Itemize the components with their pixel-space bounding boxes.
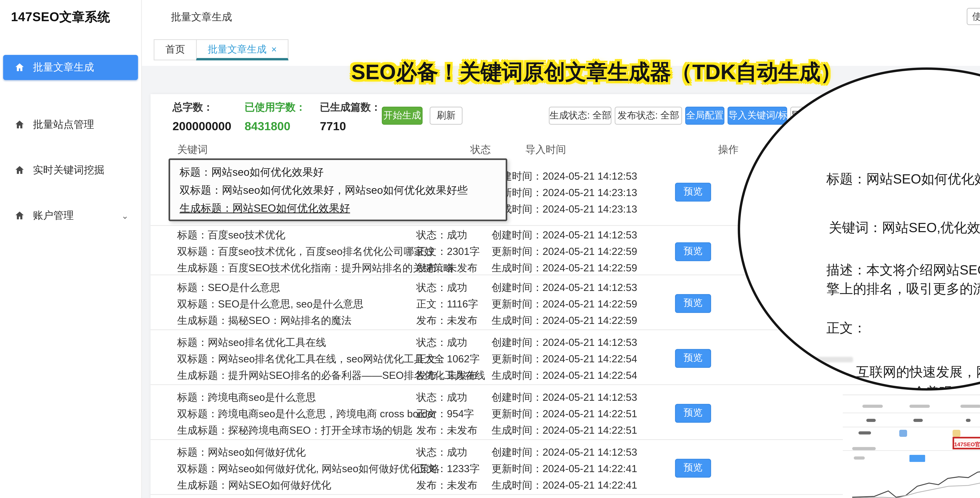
- stat-label: 已生成篇数：: [320, 100, 381, 115]
- row-text-line: 更新时间：2024-05-21 14:22:41: [492, 460, 672, 476]
- tutorial-button[interactable]: 使用教程: [967, 8, 980, 25]
- row-time-cell: 创建时间：2024-05-21 14:12:53更新时间：2024-05-21 …: [492, 385, 672, 439]
- row-text-line: 正文：1233字: [416, 460, 492, 476]
- row-action-cell: 预览: [672, 157, 743, 225]
- stat-label: 已使用字数：: [245, 100, 306, 115]
- start-generate-button[interactable]: 开始生成: [382, 107, 423, 125]
- row-text-line: 创建时间：2024-05-21 14:12:53: [492, 334, 672, 350]
- keyword-tooltip: 标题：网站seo如何优化效果好 双标题：网站seo如何优化效果好，网站seo如何…: [169, 158, 507, 221]
- row-action-cell: 预览: [672, 226, 743, 274]
- row-text-line: 更新时间：2024-05-21 14:22:59: [492, 243, 672, 259]
- stat-total-words: 总字数： 200000000: [172, 100, 231, 132]
- tooltip-line: 生成标题：网站SEO如何优化效果好: [180, 199, 496, 217]
- row-text-line: 双标题：跨境电商seo是什么意思，跨境电商 cross border: [177, 405, 416, 422]
- row-text-line: 生成时间：2024-05-21 14:22:59: [492, 312, 672, 328]
- row-text-line: 更新时间：2024-05-21 14:23:13: [492, 184, 672, 200]
- row-text-line: 正文：954字: [416, 405, 492, 422]
- chevron-down-icon: ⌄: [121, 210, 129, 221]
- row-action-cell: 预览: [672, 440, 743, 494]
- preview-button[interactable]: 预览: [675, 404, 711, 423]
- row-text-line: 正文：1062字: [416, 350, 492, 367]
- row-text-line: 发布：未发布: [416, 367, 492, 383]
- preview-button[interactable]: 预览: [675, 183, 711, 202]
- folder-icon: [953, 430, 960, 437]
- tab-home[interactable]: 首页: [154, 39, 197, 60]
- stat-value: 8431800: [245, 119, 306, 132]
- app-logo: 147SEO文章系统: [11, 10, 110, 26]
- generate-status-select[interactable]: 生成状态: 全部: [549, 107, 611, 125]
- preview-description: 描述：本文将介绍网站SEO的优化方法，帮助您提升网: [826, 261, 980, 279]
- refresh-button[interactable]: 刷新: [430, 107, 463, 125]
- row-text-line: 双标题：网站seo排名优化工具在线，seo网站优化工具大全: [177, 350, 416, 367]
- row-status-cell: 状态：成功正文：2301字发布：未发布: [416, 226, 492, 274]
- sidebar-item-label: 实时关键词挖掘: [33, 163, 104, 177]
- global-config-button[interactable]: 全局配置: [685, 107, 724, 125]
- row-time-cell: 创建时间：2024-05-21 14:12:53更新时间：2024-05-21 …: [492, 226, 672, 274]
- row-text-line: 状态：成功: [416, 388, 492, 405]
- sidebar-item-account[interactable]: 账户管理 ⌄: [3, 203, 138, 228]
- home-icon: [14, 210, 25, 221]
- preview-button[interactable]: 预览: [675, 242, 711, 261]
- row-text-line: 正文：2301字: [416, 243, 492, 259]
- publish-status-select[interactable]: 发布状态: 全部: [615, 107, 682, 125]
- row-text-line: 状态：成功: [416, 444, 492, 460]
- tooltip-line: 标题：网站seo如何优化效果好: [180, 163, 496, 181]
- row-text-line: 创建时间：2024-05-21 14:12:53: [492, 388, 672, 405]
- row-time-cell: 创建时间：2024-05-21 14:12:53更新时间：2024-05-21 …: [492, 275, 672, 329]
- row-text-line: 正文：1116字: [416, 295, 492, 312]
- row-text-line: 创建时间：2024-05-21 14:12:53: [492, 444, 672, 460]
- row-keyword-cell: 标题：网站seo排名优化工具在线双标题：网站seo排名优化工具在线，seo网站优…: [151, 330, 416, 384]
- tab-batch-article[interactable]: 批量文章生成×: [196, 39, 288, 60]
- preview-description: 擎上的排名，吸引更多的流量和用户。: [826, 280, 980, 298]
- row-keyword-cell: 标题：网站seo如何做好优化双标题：网站seo如何做好优化, 网站seo如何做好…: [151, 440, 416, 494]
- row-text-line: 标题：SEO是什么意思: [177, 279, 416, 295]
- row-text-line: 状态：成功: [416, 279, 492, 295]
- preview-button[interactable]: 预览: [675, 294, 711, 313]
- row-text-line: 双标题：SEO是什么意思, seo是什么意思: [177, 295, 416, 312]
- col-keyword: 关键词: [177, 143, 208, 157]
- breadcrumb: 批量文章生成: [171, 10, 232, 24]
- stat-value: 200000000: [172, 119, 231, 132]
- row-text-line: 生成时间：2024-05-21 14:22:54: [492, 367, 672, 383]
- row-time-cell: 创建时间：2024-05-21 14:12:53更新时间：2024-05-21 …: [492, 440, 672, 494]
- sidebar-item-batch-site[interactable]: 批量站点管理: [3, 112, 138, 137]
- tab-label: 批量文章生成: [208, 44, 267, 55]
- row-text-line: 更新时间：2024-05-21 14:22:59: [492, 295, 672, 312]
- col-action: 操作: [718, 143, 738, 157]
- row-action-cell: 预览: [672, 330, 743, 384]
- row-text-line: 更新时间：2024-05-21 14:22:54: [492, 350, 672, 367]
- row-text-line: 创建时间：2024-05-21 14:12:53: [492, 227, 672, 243]
- row-status-cell: 状态：成功正文：954字发布：未发布: [416, 385, 492, 439]
- col-import-time: 导入时间: [525, 143, 566, 157]
- stat-value: 7710: [320, 119, 381, 132]
- import-keywords-button[interactable]: 导入关键词/标题: [727, 107, 787, 125]
- row-keyword-cell: 标题：SEO是什么意思双标题：SEO是什么意思, seo是什么意思生成标题：揭秘…: [151, 275, 416, 329]
- row-text-line: 生成时间：2024-05-21 14:22:59: [492, 259, 672, 276]
- col-status: 状态: [470, 143, 491, 157]
- stat-used-words: 已使用字数： 8431800: [245, 100, 306, 132]
- close-icon[interactable]: ×: [271, 44, 277, 55]
- home-icon: [14, 119, 25, 130]
- row-status-cell: 状态：成功正文：1233字发布：未发布: [416, 440, 492, 494]
- preview-body-text: 互联网的快速发展，网站已经成为企业: [856, 363, 980, 381]
- sidebar-item-label: 批量站点管理: [33, 118, 94, 132]
- row-text-line: 标题：网站seo如何做好优化: [177, 444, 416, 460]
- preview-button[interactable]: 预览: [675, 459, 711, 477]
- row-text-line: 发布：未发布: [416, 422, 492, 438]
- preview-title: 标题：网站SEO如何优化效果好: [826, 170, 980, 188]
- row-text-line: 发布：未发布: [416, 312, 492, 328]
- row-text-line: 标题：百度seo技术优化: [177, 227, 416, 243]
- sidebar-item-keyword-mining[interactable]: 实时关键词挖掘: [3, 158, 138, 183]
- trend-chart-left: [851, 464, 980, 498]
- preview-body-label: 正文：: [826, 319, 866, 337]
- row-text-line: 双标题：百度seo技术优化，百度seo排名优化公司哪家好: [177, 243, 416, 259]
- row-text-line: 标题：网站seo排名优化工具在线: [177, 334, 416, 350]
- app-window: 147SEO文章系统 批量文章生成 批量站点管理 实时关键词挖掘 账户管理 ⌄ …: [0, 0, 980, 498]
- chart-tab-button: [910, 455, 925, 462]
- sidebar-item-batch-article[interactable]: 批量文章生成: [3, 55, 138, 80]
- preview-button[interactable]: 预览: [675, 349, 711, 368]
- row-keyword-cell: 标题：百度seo技术优化双标题：百度seo技术优化，百度seo排名优化公司哪家好…: [151, 226, 416, 274]
- row-time-cell: 创建时间：2024-05-21 14:12:53更新时间：2024-05-21 …: [492, 157, 672, 225]
- row-text-line: 生成标题：提升网站SEO排名的必备利器——SEO排名优化工具在线: [177, 367, 416, 383]
- row-text-line: 创建时间：2024-05-21 14:12:53: [492, 167, 672, 184]
